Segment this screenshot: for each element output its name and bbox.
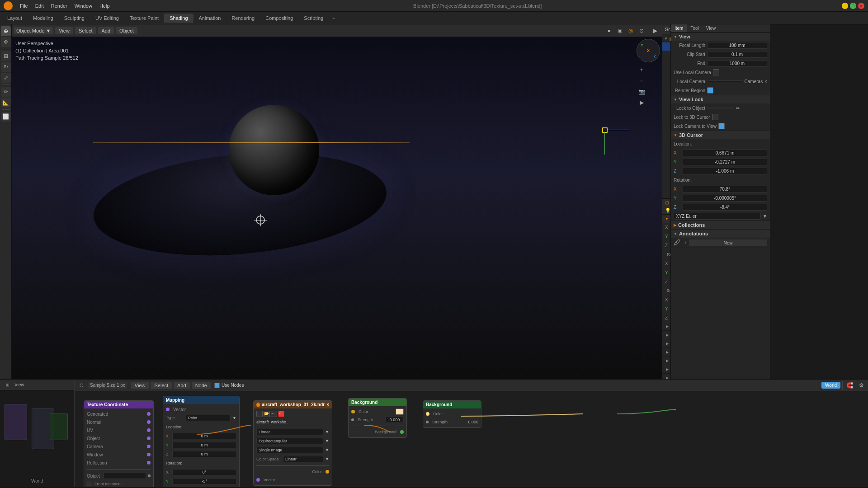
bg-background-socket[interactable] [400,430,404,434]
tc-generated-socket[interactable] [147,412,151,416]
image-texture-close[interactable]: × [326,402,329,407]
tab-sculpting[interactable]: Sculpting [59,14,90,23]
measure-tool[interactable]: 📐 [1,98,11,108]
world-dropdown[interactable]: World [821,382,840,389]
node-add-menu[interactable]: Add [174,382,190,389]
clip-start-field[interactable]: 0.1 m [707,51,767,58]
tc-window-socket[interactable] [147,453,151,456]
node-view-menu[interactable]: View [131,382,149,389]
node-editor-settings[interactable]: ⚙ [856,380,866,390]
color-space-dropdown[interactable]: Linear [283,456,323,462]
tc-camera-socket[interactable] [147,445,151,448]
tc-normal-socket[interactable] [147,420,151,424]
move-tool[interactable]: ✥ [1,37,11,47]
object-mode-dropdown[interactable]: Object Mode ▼ [14,27,53,34]
image-vector-in-socket[interactable] [256,478,260,482]
tc-reflection-socket[interactable] [147,461,151,465]
viewport-canvas[interactable]: User Perspective (1) Collection | Area.0… [12,37,662,379]
tab-texture-paint[interactable]: Texture Paint [124,14,164,23]
menu-render[interactable]: Render [47,2,71,9]
select-menu[interactable]: Select [75,27,96,34]
cursor-y-field[interactable]: -0.2727 m [683,159,767,165]
world-strength-socket[interactable] [426,421,429,423]
tc-instancer-checkbox[interactable] [87,482,91,486]
cursor-ry-field[interactable]: -0.000005° [683,195,767,202]
annotations-color[interactable]: 🖊 [674,239,681,247]
mapping-loc-y-field[interactable]: 0 m [172,442,236,448]
mapping-type-dropdown[interactable]: Point [186,415,231,421]
annotations-new-btn[interactable]: New [689,239,767,246]
node-editor-icon[interactable]: ⬡ [76,380,86,390]
use-local-camera-checkbox[interactable] [713,69,719,75]
viewport-shading-rendered[interactable]: ◎ [626,26,636,36]
nav-gizmo[interactable]: X Y Z [637,39,660,62]
menu-edit[interactable]: Edit [32,2,47,9]
cursor-tool[interactable]: ⊕ [1,26,11,36]
object-menu[interactable]: Object [116,27,137,34]
annotate-tool[interactable]: ✏ [1,87,11,97]
image-color-socket[interactable] [326,470,329,474]
add-workspace-button[interactable]: + [329,14,339,23]
render-button[interactable]: ▶ [650,26,660,36]
camera-view-btn[interactable]: 📷 [637,87,646,97]
bg-strength-field[interactable]: 0.000 [386,417,404,423]
background-node[interactable]: Background Color Strength 0.000 [348,398,407,438]
bg-color-in-socket[interactable] [351,410,355,413]
toggle-render-btn[interactable]: ▶ [637,98,646,108]
node-editor[interactable]: ⬡ Sample Size 1 px View Select Add Node … [75,380,868,487]
collections-header[interactable]: ▶ Collections [671,221,770,229]
cursor-mode-field[interactable]: XYZ Euler [674,213,761,220]
scale-tool[interactable]: ⤢ [1,73,11,83]
viewport-shading-solid[interactable]: ● [604,26,614,36]
node-view-icon[interactable]: ⊞ [3,380,13,390]
mapping-loc-z-field[interactable]: 0 m [172,451,236,457]
view-menu[interactable]: View [55,27,73,34]
mapping-vector-in-socket[interactable] [166,408,170,411]
bg-color-swatch[interactable] [396,408,404,415]
blender-logo[interactable] [4,1,13,10]
add-cube-tool[interactable]: ⬜ [1,112,11,122]
menu-file[interactable]: File [16,2,32,9]
node-node-menu[interactable]: Node [192,382,211,389]
tab-compositing[interactable]: Compositing [260,14,298,23]
cursor-x-field[interactable]: 0.6671 m [683,150,767,156]
img-btn-remove[interactable]: × [278,411,284,417]
mapping-rot-y-field[interactable]: -5° [172,478,236,484]
world-color-socket[interactable] [426,412,429,416]
menu-window[interactable]: Window [71,2,96,9]
tc-object-field[interactable] [104,473,146,479]
clip-end-field[interactable]: 1000 m [707,60,767,67]
node-select-menu[interactable]: Select [151,382,172,389]
n-tab-view[interactable]: View [703,24,720,32]
3d-cursor-header[interactable]: ▼ 3D Cursor [671,131,770,139]
mapping-rot-x-field[interactable]: 0° [172,469,236,475]
render-region-checkbox[interactable] [707,87,713,94]
view-section-header[interactable]: ▼ View [671,33,770,41]
tab-scripting[interactable]: Scripting [298,14,329,23]
cursor-rz-field[interactable]: -8.4° [683,204,767,211]
view-lock-header[interactable]: ▼ View Lock [671,95,770,103]
menu-help[interactable]: Help [96,2,113,9]
annotations-add[interactable]: + [684,240,687,245]
world-output-node[interactable]: Background Color Strength 0.000 [423,400,481,428]
sample-size-field[interactable]: Sample Size 1 px [88,382,127,389]
annotations-header[interactable]: ▼ Annotations [671,230,770,238]
img-btn-3[interactable]: − [271,411,277,417]
tab-rendering[interactable]: Rendering [226,14,260,23]
node-canvas[interactable]: Texture Coordinate Generated Normal UV [75,391,868,487]
projection-dropdown[interactable]: Equirectangular [256,438,323,444]
local-camera-close[interactable]: × [764,79,767,84]
tab-modeling[interactable]: Modeling [28,14,59,23]
node-editor-snap[interactable]: 🧲 [844,380,854,390]
rotate-tool[interactable]: ↻ [1,62,11,72]
viewport-overlays[interactable]: ⊙ [637,26,646,36]
mapping-loc-x-field[interactable]: 0 m [172,433,236,439]
tc-object-extra-socket[interactable] [148,474,151,477]
cursor-z-field[interactable]: -1.006 m [683,168,767,174]
maximize-button[interactable]: □ [850,3,856,9]
n-tab-tool[interactable]: Tool [687,24,702,32]
local-camera-field[interactable] [707,80,743,82]
tab-layout[interactable]: Layout [2,14,28,23]
focal-length-field[interactable]: 100 mm [707,42,767,49]
tc-object-socket[interactable] [147,436,151,440]
